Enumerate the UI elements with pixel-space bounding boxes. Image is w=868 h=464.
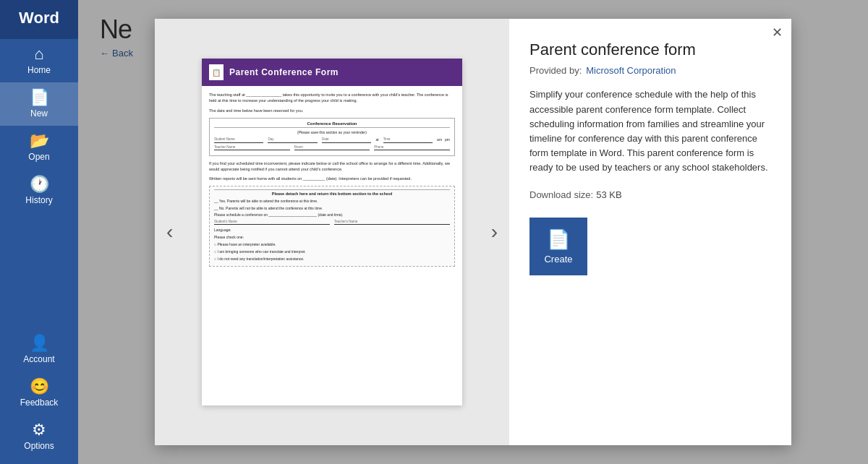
doc-time-label: Time: [383, 137, 433, 141]
doc-phone-label: Phone: [374, 145, 450, 149]
doc-phone-field: Phone: [374, 145, 450, 150]
new-icon: 📄: [30, 90, 49, 106]
doc-opt1: ○ Please have an interpreter available.: [214, 241, 450, 247]
doc-text4: Written reports will be sent home with a…: [209, 176, 455, 181]
sidebar-item-options-label: Options: [24, 441, 54, 451]
download-size-value: 53 KB: [596, 189, 621, 200]
doc-pm-label: pm: [445, 137, 450, 143]
doc-date-label: Date: [322, 137, 371, 141]
doc-date-field: Date: [322, 137, 371, 143]
doc-day-field: Day: [268, 137, 317, 143]
doc-am-label: am: [437, 137, 442, 143]
doc-student-label: Student Name: [214, 137, 263, 141]
doc-body: The teaching staff at ________________ t…: [202, 86, 462, 405]
doc-student-field: Student Name: [214, 137, 263, 143]
doc-opt3: ○ I do not need any translation/interpre…: [214, 256, 450, 262]
sidebar-item-feedback-label: Feedback: [20, 398, 59, 408]
doc-language: Language:: [214, 227, 450, 233]
options-icon: ⚙: [32, 422, 46, 438]
document-preview: 📋 Parent Conference Form The teaching st…: [202, 59, 462, 405]
doc-header-title: Parent Conference Form: [229, 67, 339, 77]
sidebar-item-feedback[interactable]: 😊 Feedback: [0, 371, 78, 415]
doc-opt2: ○ I am bringing someone who can translat…: [214, 249, 450, 254]
modal-preview-area: ‹ 📋 Parent Conference Form The teaching …: [155, 19, 509, 445]
doc-text3: If you find your scheduled time inconven…: [209, 160, 455, 173]
create-label: Create: [544, 254, 572, 265]
doc-room-field: Room: [294, 145, 370, 150]
doc-room-label: Room: [294, 145, 370, 149]
doc-conference-section: Conference Reservation (Please save this…: [209, 118, 455, 156]
home-icon: ⌂: [34, 46, 43, 62]
sidebar-item-new-label: New: [30, 108, 48, 119]
doc-schedule: Please schedule a conference on ________…: [214, 212, 450, 217]
main-content: Ne ← Back ✕ ‹ 📋 Parent Conference Form T…: [78, 0, 868, 464]
sidebar: Word ⌂ Home 📄 New 📂 Open 🕐 History 👤 Acc…: [0, 0, 78, 464]
sidebar-bottom: 👤 Account 😊 Feedback ⚙ Options: [0, 328, 78, 464]
doc-time-field: Time: [383, 137, 433, 143]
template-provider: Provided by: Microsoft Corporation: [529, 65, 771, 76]
doc-student-name-field: Student's Name: [214, 220, 330, 225]
doc-teacher-name-label: Teacher's Name: [334, 220, 450, 223]
app-title: Word: [0, 0, 78, 39]
modal-overlay: ✕ ‹ 📋 Parent Conference Form The teachin…: [78, 0, 868, 464]
doc-row-teacher: Teacher Name Room Phone: [214, 145, 450, 150]
create-icon: 📄: [547, 228, 570, 251]
sidebar-item-history[interactable]: 🕐 History: [0, 169, 78, 212]
doc-section-subtitle: (Please save this section as your remind…: [214, 130, 450, 134]
doc-header-icon: 📋: [209, 64, 224, 80]
next-button[interactable]: ›: [485, 215, 503, 249]
doc-no: __ No. Parents will not be able to atten…: [214, 205, 450, 211]
download-label: Download size:: [529, 189, 593, 200]
doc-teacher-name-field: Teacher's Name: [334, 220, 450, 225]
template-title: Parent conference form: [529, 40, 771, 59]
sidebar-item-options[interactable]: ⚙ Options: [0, 415, 78, 458]
doc-check-label: Please check one:: [214, 234, 450, 240]
provider-name[interactable]: Microsoft Corporation: [586, 65, 676, 76]
provider-label: Provided by:: [529, 65, 582, 76]
account-icon: 👤: [30, 335, 49, 351]
sidebar-item-home[interactable]: ⌂ Home: [0, 39, 78, 82]
feedback-icon: 😊: [30, 379, 49, 395]
history-icon: 🕐: [30, 176, 49, 192]
doc-row-student: Student Name Day Date at Tim: [214, 137, 450, 143]
sidebar-item-open-label: Open: [28, 152, 49, 162]
doc-bottom-section: Please detach here and return this botto…: [209, 186, 455, 267]
doc-detach-line: Please detach here and return this botto…: [214, 189, 450, 196]
doc-yes: __ Yes. Parents will be able to attend t…: [214, 198, 450, 204]
doc-day-label: Day: [268, 137, 317, 141]
doc-student-name-label: Student's Name: [214, 220, 330, 223]
doc-teacher-label: Teacher Name: [214, 145, 290, 149]
sidebar-nav: ⌂ Home 📄 New 📂 Open 🕐 History: [0, 39, 78, 328]
template-preview-modal: ✕ ‹ 📋 Parent Conference Form The teachin…: [155, 19, 791, 445]
create-button[interactable]: 📄 Create: [529, 218, 587, 275]
sidebar-item-account[interactable]: 👤 Account: [0, 328, 78, 371]
open-icon: 📂: [30, 133, 49, 149]
download-size: Download size: 53 KB: [529, 189, 771, 200]
doc-names-row: Student's Name Teacher's Name: [214, 220, 450, 225]
sidebar-item-open[interactable]: 📂 Open: [0, 126, 78, 169]
doc-section-title: Conference Reservation: [214, 121, 450, 128]
doc-text1: The teaching staff at ________________ t…: [209, 92, 455, 104]
doc-text2: The date and time below have been reserv…: [209, 108, 455, 113]
prev-button[interactable]: ‹: [161, 215, 179, 249]
doc-teacher-field: Teacher Name: [214, 145, 290, 150]
doc-ampm: am pm: [437, 137, 450, 143]
doc-at: at: [375, 137, 378, 143]
doc-header: 📋 Parent Conference Form: [202, 59, 462, 86]
modal-close-button[interactable]: ✕: [772, 26, 783, 39]
template-description: Simplify your conference schedule with t…: [529, 87, 771, 175]
sidebar-item-new[interactable]: 📄 New: [0, 82, 78, 126]
sidebar-item-account-label: Account: [23, 354, 54, 364]
modal-info-panel: Parent conference form Provided by: Micr…: [509, 19, 791, 445]
sidebar-item-home-label: Home: [27, 65, 51, 75]
sidebar-item-history-label: History: [25, 195, 52, 205]
